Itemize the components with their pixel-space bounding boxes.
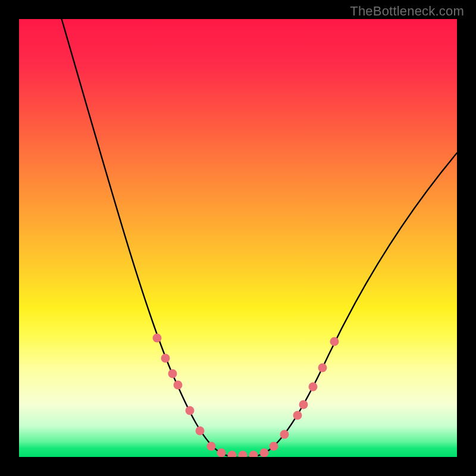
data-marker [239, 451, 248, 458]
data-marker [228, 451, 237, 458]
data-marker [161, 354, 170, 363]
data-marker [168, 369, 177, 378]
watermark-text: TheBottleneck.com [350, 4, 464, 19]
data-marker [196, 427, 205, 436]
data-marker [186, 406, 195, 415]
data-marker [293, 411, 302, 420]
data-marker [280, 430, 289, 439]
data-marker [153, 334, 162, 343]
bottleneck-curve [55, 19, 457, 457]
marker-group [153, 334, 339, 458]
data-marker [299, 400, 308, 409]
data-marker [270, 442, 278, 451]
data-marker [318, 364, 327, 372]
chart-svg [19, 19, 457, 457]
data-marker [260, 449, 269, 458]
data-marker [174, 381, 183, 390]
data-marker [249, 451, 258, 458]
data-marker [217, 449, 226, 458]
outer-frame: TheBottleneck.com [0, 0, 476, 476]
data-marker [309, 383, 318, 392]
data-marker [207, 442, 216, 451]
plot-area [19, 19, 457, 457]
data-marker [330, 337, 339, 346]
